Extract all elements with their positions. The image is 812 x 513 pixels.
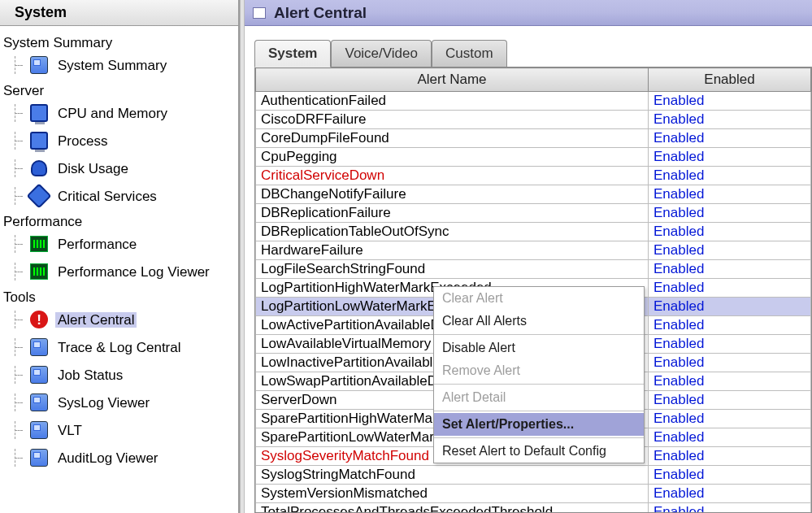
table-row[interactable]: DBReplicationTableOutOfSyncEnabled: [256, 223, 811, 241]
alert-enabled-cell[interactable]: Enabled: [649, 410, 811, 428]
enabled-link[interactable]: Enabled: [654, 429, 704, 445]
enabled-link[interactable]: Enabled: [654, 149, 704, 164]
tree-item-syslog-viewer[interactable]: SysLog Viewer: [2, 389, 237, 416]
table-row[interactable]: SyslogStringMatchFoundEnabled: [256, 466, 811, 485]
table-row[interactable]: CpuPeggingEnabled: [256, 148, 811, 167]
alert-enabled-cell[interactable]: Enabled: [649, 260, 811, 279]
tree-branch-icon: [7, 132, 28, 150]
alert-enabled-cell[interactable]: Enabled: [649, 204, 811, 223]
tree-item-label: Performance: [55, 237, 139, 252]
tree-item-vlt[interactable]: VLT: [2, 416, 237, 444]
tree-group-label[interactable]: Tools: [2, 285, 237, 306]
table-row[interactable]: CiscoDRFFailureEnabled: [256, 111, 811, 129]
tab-system[interactable]: System: [254, 40, 331, 67]
alert-enabled-cell[interactable]: Enabled: [649, 241, 811, 260]
context-menu-item[interactable]: Set Alert/Properties...: [434, 413, 644, 436]
table-row[interactable]: CoreDumpFileFoundEnabled: [256, 129, 811, 148]
enabled-link[interactable]: Enabled: [654, 224, 704, 239]
context-menu-item[interactable]: Reset Alert to Default Config: [434, 440, 644, 463]
enabled-link[interactable]: Enabled: [654, 111, 704, 127]
tree-item-critical-services[interactable]: Critical Services: [2, 182, 237, 210]
alert-enabled-cell[interactable]: Enabled: [649, 485, 811, 503]
col-header-enabled[interactable]: Enabled: [649, 68, 811, 92]
alert-enabled-cell[interactable]: Enabled: [649, 316, 811, 335]
tree-item-performance[interactable]: Performance: [2, 230, 237, 258]
enabled-link[interactable]: Enabled: [654, 242, 704, 258]
alert-enabled-cell[interactable]: Enabled: [649, 111, 811, 129]
tree-item-trace-log-central[interactable]: Trace & Log Central: [2, 333, 237, 361]
alert-enabled-cell[interactable]: Enabled: [649, 447, 811, 466]
tree-group-label[interactable]: Server: [2, 79, 237, 99]
table-row[interactable]: TotalProcessesAndThreadsExceededThreshol…: [256, 503, 811, 514]
tree-branch-icon: [7, 338, 28, 356]
tab-bar: SystemVoice/VideoCustom: [254, 41, 812, 67]
tree-item-perf-log-viewer[interactable]: Performance Log Viewer: [2, 258, 237, 285]
alert-enabled-cell[interactable]: Enabled: [649, 503, 811, 514]
alert-enabled-cell[interactable]: Enabled: [649, 391, 811, 410]
tree-item-disk-usage[interactable]: Disk Usage: [2, 154, 237, 182]
alert-enabled-cell[interactable]: Enabled: [649, 335, 811, 354]
enabled-link[interactable]: Enabled: [654, 411, 704, 426]
alert-enabled-cell[interactable]: Enabled: [649, 129, 811, 148]
table-row[interactable]: SystemVersionMismatchedEnabled: [256, 485, 811, 503]
tree-branch-icon: [7, 159, 28, 177]
monitor-icon: [28, 102, 50, 124]
enabled-link[interactable]: Enabled: [654, 298, 704, 314]
tree-item-label: Critical Services: [55, 189, 159, 204]
enabled-link[interactable]: Enabled: [654, 205, 704, 220]
monitor-icon: [28, 130, 50, 151]
tree-group-label[interactable]: System Summary: [2, 31, 237, 51]
alert-enabled-cell[interactable]: Enabled: [649, 167, 811, 185]
tree-item-auditlog-viewer[interactable]: AuditLog Viewer: [2, 444, 237, 472]
enabled-link[interactable]: Enabled: [654, 373, 704, 389]
nav-tree: System SummarySystem SummaryServerCPU an…: [0, 26, 238, 476]
enabled-link[interactable]: Enabled: [654, 280, 704, 295]
table-row[interactable]: AuthenticationFailedEnabled: [256, 92, 811, 111]
enabled-link[interactable]: Enabled: [654, 317, 704, 333]
tab-custom[interactable]: Custom: [432, 40, 507, 67]
context-menu-item[interactable]: Disable Alert: [434, 337, 644, 359]
alert-enabled-cell[interactable]: Enabled: [649, 466, 811, 485]
enabled-link[interactable]: Enabled: [654, 261, 704, 276]
table-row[interactable]: CriticalServiceDownEnabled: [256, 167, 811, 185]
table-row[interactable]: LogFileSearchStringFoundEnabled: [256, 260, 811, 279]
enabled-link[interactable]: Enabled: [654, 504, 704, 513]
table-row[interactable]: DBChangeNotifyFailureEnabled: [256, 185, 811, 204]
enabled-link[interactable]: Enabled: [654, 186, 704, 202]
enabled-link[interactable]: Enabled: [654, 354, 704, 370]
tree-item-process[interactable]: Process: [2, 127, 237, 154]
alert-enabled-cell[interactable]: Enabled: [649, 92, 811, 111]
critical-icon: [28, 185, 50, 207]
alert-name-cell: DBChangeNotifyFailure: [256, 185, 649, 204]
alert-enabled-cell[interactable]: Enabled: [649, 354, 811, 372]
srvstack-icon: [28, 54, 50, 76]
col-header-name[interactable]: Alert Name: [256, 68, 649, 92]
tree-group-label[interactable]: Performance: [2, 210, 237, 230]
tree-item-cpu-memory[interactable]: CPU and Memory: [2, 99, 237, 127]
tree-item-label: Disk Usage: [55, 161, 131, 176]
alert-enabled-cell[interactable]: Enabled: [649, 148, 811, 167]
alert-enabled-cell[interactable]: Enabled: [649, 223, 811, 241]
enabled-link[interactable]: Enabled: [654, 336, 704, 351]
perf-icon: [28, 233, 50, 254]
tree-item-job-status[interactable]: Job Status: [2, 361, 237, 389]
enabled-link[interactable]: Enabled: [654, 130, 704, 146]
enabled-link[interactable]: Enabled: [654, 485, 704, 501]
enabled-link[interactable]: Enabled: [654, 167, 704, 183]
table-row[interactable]: DBReplicationFailureEnabled: [256, 204, 811, 223]
tree-item-alert-central[interactable]: !Alert Central: [2, 306, 237, 333]
tab-voice-video[interactable]: Voice/Video: [331, 40, 431, 67]
context-menu-item[interactable]: Clear All Alerts: [434, 310, 644, 333]
alert-enabled-cell[interactable]: Enabled: [649, 298, 811, 316]
table-row[interactable]: HardwareFailureEnabled: [256, 241, 811, 260]
tree-item-system-summary[interactable]: System Summary: [2, 51, 237, 79]
enabled-link[interactable]: Enabled: [654, 467, 704, 482]
alert-enabled-cell[interactable]: Enabled: [649, 372, 811, 391]
enabled-link[interactable]: Enabled: [654, 392, 704, 407]
alert-enabled-cell[interactable]: Enabled: [649, 428, 811, 447]
alert-name-cell: CiscoDRFFailure: [256, 111, 649, 129]
enabled-link[interactable]: Enabled: [654, 93, 704, 108]
alert-enabled-cell[interactable]: Enabled: [649, 279, 811, 298]
enabled-link[interactable]: Enabled: [654, 448, 704, 463]
alert-enabled-cell[interactable]: Enabled: [649, 185, 811, 204]
